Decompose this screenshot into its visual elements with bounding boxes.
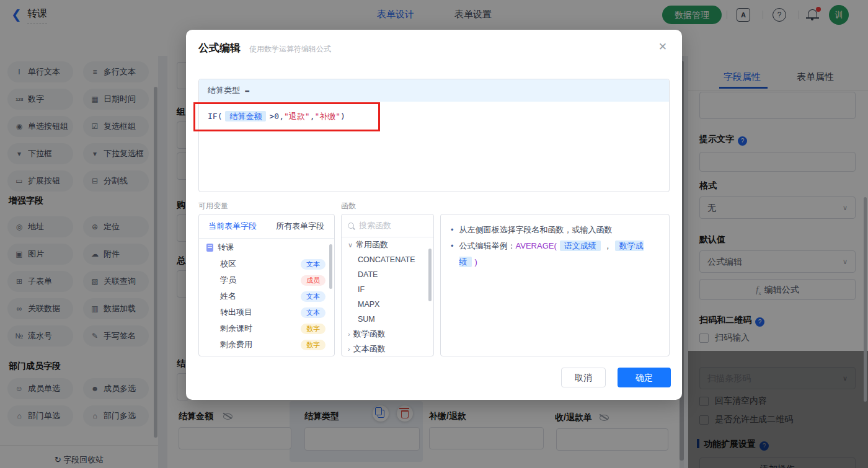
function-item[interactable]: IF <box>342 282 433 297</box>
functions-scrollbar[interactable] <box>428 249 432 301</box>
variable-row[interactable]: 学员成员 <box>199 272 334 288</box>
type-badge: 文本 <box>301 259 326 270</box>
functions-label: 函数 <box>341 201 356 211</box>
help-line-example: • 公式编辑举例：AVERAGE(语文成绩，数学成绩) <box>451 238 659 270</box>
modal-title: 公式编辑 <box>198 41 241 55</box>
function-item[interactable]: CONCATENATE <box>342 252 433 267</box>
variable-row[interactable]: 校区文本 <box>199 256 334 272</box>
variable-row[interactable]: 转出项目文本 <box>199 304 334 320</box>
variables-root[interactable]: 转课 <box>199 239 334 256</box>
function-item[interactable]: DATE <box>342 267 433 282</box>
variables-tabs: 当前表单字段 所有表单字段 <box>199 214 334 239</box>
variable-row[interactable]: 剩余费用数字 <box>199 337 334 353</box>
search-placeholder: 搜索函数 <box>359 220 391 231</box>
type-badge: 成员 <box>301 275 326 286</box>
example-close-paren: ) <box>475 257 477 267</box>
example-comma: ， <box>604 241 612 250</box>
close-icon[interactable]: ✕ <box>658 40 667 53</box>
formula-target: 结算类型 = <box>199 79 669 102</box>
confirm-button[interactable]: 确定 <box>618 368 671 387</box>
search-icon <box>348 223 354 229</box>
example-field-chip: 语文成绩 <box>560 241 601 251</box>
formula-editor[interactable]: 结算类型 = IF(结算金额>0,"退款","补缴") <box>198 79 670 192</box>
tab-all-form-fields[interactable]: 所有表单字段 <box>266 221 334 232</box>
tab-current-form-fields[interactable]: 当前表单字段 <box>199 221 266 232</box>
app-window: ❮ 转课 表单设计 表单设置 数据管理 A ? 训 ⊘表单外链 ‹/›后端脚本 … <box>0 0 868 468</box>
function-group-text[interactable]: ›文本函数 <box>342 342 433 356</box>
bullet: • <box>451 222 454 238</box>
variables-panel: 当前表单字段 所有表单字段 转课 校区文本 学员成员 姓名文本 转出项目文本 剩… <box>198 214 335 356</box>
bullet: • <box>451 238 454 270</box>
function-group-math[interactable]: ›数学函数 <box>342 327 433 342</box>
chevron-collapsed-icon: › <box>348 330 350 338</box>
chevron-expanded-icon: ∨ <box>348 241 353 249</box>
type-badge: 文本 <box>301 307 326 318</box>
annotation-highlight-box <box>193 102 380 131</box>
formula-edit-modal: 公式编辑 使用数学运算符编辑公式 ✕ 结算类型 = IF(结算金额>0,"退款"… <box>186 30 682 400</box>
type-badge: 数字 <box>301 324 326 334</box>
function-item[interactable]: MAPX <box>342 297 433 312</box>
type-badge: 数字 <box>301 340 326 350</box>
functions-panel: 搜索函数 ∨常用函数 CONCATENATE DATE IF MAPX SUM … <box>341 214 434 356</box>
example-function: AVERAGE( <box>516 241 557 250</box>
help-line: •从左侧面板选择字段名和函数，或输入函数 <box>451 222 659 238</box>
variable-row[interactable]: 剩余课时数字 <box>199 320 334 337</box>
variable-row[interactable]: 姓名文本 <box>199 288 334 304</box>
help-panel: •从左侧面板选择字段名和函数，或输入函数 • 公式编辑举例：AVERAGE(语文… <box>440 214 670 356</box>
chevron-collapsed-icon: › <box>348 345 350 353</box>
variables-scrollbar[interactable] <box>329 244 332 289</box>
type-badge: 文本 <box>301 291 326 302</box>
modal-subtitle: 使用数学运算符编辑公式 <box>249 44 331 55</box>
cancel-button[interactable]: 取消 <box>561 368 606 387</box>
function-group-common[interactable]: ∨常用函数 <box>342 237 433 252</box>
form-doc-icon <box>206 244 213 252</box>
variables-label: 可用变量 <box>198 201 228 211</box>
function-search[interactable]: 搜索函数 <box>342 214 433 237</box>
function-item[interactable]: SUM <box>342 312 433 327</box>
